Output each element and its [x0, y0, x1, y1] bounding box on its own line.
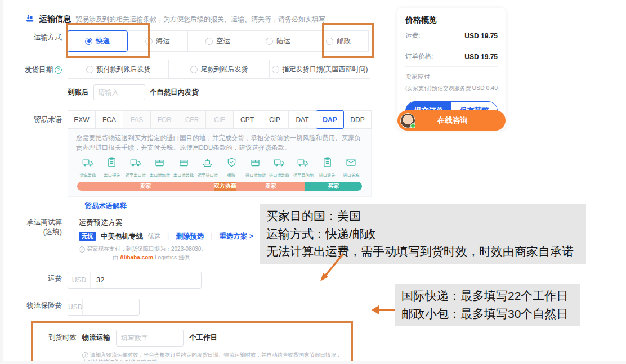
freight-input[interactable]	[91, 272, 201, 288]
term-tab-DAP[interactable]: DAP	[316, 110, 344, 129]
left-arrow	[371, 303, 396, 317]
radio-icon[interactable]	[86, 66, 93, 73]
ship-date-option-label: 指定发货日期(美国西部时间)	[283, 65, 368, 74]
shield-icon	[226, 156, 238, 170]
trade-step-label: 进口港装载	[269, 172, 289, 178]
trade-step-label: 进口港卸货	[245, 172, 266, 178]
trade-step: 运至目的地	[292, 156, 316, 178]
price-row-value: USD 19.75	[464, 53, 498, 61]
panel-header: 运输信息 贸易涉及到的相关运输条款，为方便您后续的报关、运输、清关等，请务必如实…	[17, 5, 388, 27]
trade-step: 出口港装载	[172, 156, 196, 178]
delivery-time-label: 到货时效	[33, 333, 77, 343]
reselect-plan-link[interactable]: 重选方案 >	[220, 232, 254, 241]
delete-plan-link[interactable]: 删除预选	[176, 232, 204, 241]
shipping-option-快递[interactable]: 快递	[67, 30, 128, 52]
service-fee-label: (卖家支付)预估交易服务费	[405, 84, 471, 92]
carrier-note: i买家现在支付，到货保障日期为：2023-08030。 由 Alibaba.co…	[79, 245, 253, 262]
days-suffix-label: 个自然日内发货	[150, 88, 199, 97]
truck-icon	[297, 156, 309, 170]
trade-step: 进口港卸货	[244, 156, 268, 178]
bar-segment: 双方协商	[214, 182, 236, 191]
shipping-option-label: 空运	[216, 37, 230, 46]
days-input[interactable]	[93, 84, 145, 100]
term-tab-CPT[interactable]: CPT	[233, 110, 261, 129]
box-icon	[249, 156, 261, 170]
agent-avatar	[400, 113, 415, 128]
shipping-option-label: 快递	[96, 37, 110, 46]
radio-icon[interactable]	[272, 66, 279, 73]
responsibility-bar: 卖家双方协商卖家买家	[77, 182, 362, 191]
trade-step-label: 出口港装载	[173, 172, 194, 178]
term-tab-DAT[interactable]: DAT	[288, 110, 316, 129]
shipping-method-label: 运输方式	[17, 27, 62, 42]
insurance-row: 物流保险费 USD	[17, 295, 388, 316]
shipping-option-海运[interactable]: 海运	[127, 30, 188, 52]
radio-icon[interactable]	[145, 38, 153, 45]
ship-date-option[interactable]: 尾款到账后发货	[168, 60, 270, 79]
bar-segment: 卖家	[236, 182, 305, 191]
ship-date-row: 发货日期? 预付款到账后发货尾款到账后发货指定发货日期(美国西部时间)	[17, 52, 388, 79]
shipping-option-陆运[interactable]: 陆运	[248, 30, 308, 52]
trade-step: 进口通关	[315, 156, 339, 178]
insurance-currency: USD	[68, 299, 83, 315]
trade-step: 进口关税	[339, 156, 364, 178]
ship-date-option-label: 尾款到账后发货	[201, 65, 248, 74]
term-tab-DDP[interactable]: DDP	[343, 110, 372, 129]
radio-icon[interactable]	[205, 38, 213, 45]
annotation-line: 邮政小包：最多填写30个自然日	[401, 305, 574, 323]
trade-terms-row: 贸易术语 EXWFCAFASFOBCFRCIFCPTCIPDATDAPDDP 您…	[17, 100, 388, 211]
freight-label: 运费	[17, 268, 62, 284]
shipping-method-row: 运输方式 快递海运空运陆运邮政	[17, 27, 388, 52]
online-chat-label: 在线咨询	[415, 115, 490, 125]
ship-icon	[202, 156, 213, 170]
insurance-input[interactable]	[83, 299, 140, 315]
shipping-option-label: 邮政	[337, 37, 351, 46]
seller-payable-label: 卖家应付	[405, 73, 498, 81]
freight-currency: USD	[68, 272, 91, 288]
box-icon	[178, 156, 190, 170]
shipping-option-邮政[interactable]: 邮政	[308, 30, 369, 52]
ship-date-option[interactable]: 指定发货日期(美国西部时间)	[269, 60, 370, 79]
radio-icon[interactable]	[266, 38, 273, 45]
trade-step-label: 运至目的地	[293, 172, 314, 178]
trade-step: 出口报关	[100, 156, 124, 178]
annotation-line: 买家目的国：美国	[266, 207, 579, 225]
logistics-transport-label: 物流运输	[82, 333, 110, 343]
term-tab-FCA[interactable]: FCA	[95, 110, 123, 129]
alibaba-logo-text: Alibaba.com	[120, 254, 153, 260]
shipping-option-label: 陆运	[276, 37, 290, 46]
shipping-info-panel: 运输信息 贸易涉及到的相关运输条款，为方便您后续的报关、运输、清关等，请务必如实…	[17, 5, 388, 364]
radio-icon[interactable]	[326, 38, 333, 45]
trade-steps: 货车装载出口报关运至出口港出口港卸货出口港装载运至进口港保险进口港卸货进口港装载…	[76, 156, 363, 178]
price-row-label: 订单价格:	[405, 52, 433, 61]
trade-terms-explain-link[interactable]: 贸易术语解释	[84, 201, 127, 211]
radio-icon[interactable]	[85, 38, 92, 45]
delivery-days-input[interactable]	[116, 330, 184, 347]
days-prefix-label: 到账后	[68, 88, 89, 97]
price-rows: 运费:USD 19.75订单价格:USD 19.75	[405, 25, 498, 67]
trade-step: 货车装载	[76, 156, 100, 178]
plan-name: 中美包机专线	[101, 232, 143, 241]
info-icon: i	[82, 352, 88, 358]
trade-step-label: 出口报关	[104, 172, 120, 178]
trade-step-label: 运至进口港	[198, 172, 218, 178]
ship-date-label: 发货日期?	[17, 52, 62, 75]
ship-date-option[interactable]: 预付款到账后发货	[68, 60, 169, 79]
trade-terms-tabs: EXWFCAFASFOBCFRCIFCPTCIPDATDAPDDP	[68, 110, 372, 129]
trade-step-label: 进口关税	[343, 172, 359, 178]
online-chat-button[interactable]: 在线咨询	[397, 110, 506, 131]
ship-date-option-label: 预付款到账后发货	[97, 65, 151, 74]
insurance-label: 物流保险费	[17, 295, 62, 311]
help-icon[interactable]: ?	[55, 66, 62, 74]
shipping-option-空运[interactable]: 空运	[187, 30, 248, 52]
truck-icon	[130, 156, 142, 170]
trade-terms-label: 贸易术语	[17, 100, 62, 125]
ship-date-options: 预付款到账后发货尾款到账后发货指定发货日期(美国西部时间)	[68, 60, 372, 79]
trade-term-detail-panel: 您需要把货物运送到买方指定的进口国目的地，并完成交货，承担交货前的一切风险和费用…	[68, 129, 372, 197]
box-icon	[154, 156, 166, 170]
term-tab-CIP[interactable]: CIP	[261, 110, 289, 129]
radio-icon[interactable]	[190, 66, 198, 73]
term-tab-EXW[interactable]: EXW	[68, 110, 96, 129]
shipping-option-label: 海运	[156, 37, 170, 46]
term-tab-CIF: CIF	[205, 110, 234, 129]
